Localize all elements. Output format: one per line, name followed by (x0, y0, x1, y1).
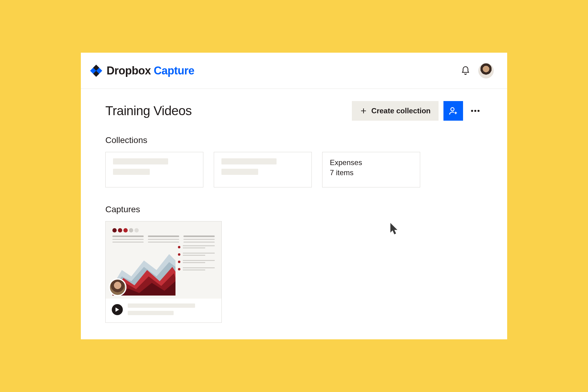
thumbnail-legend (178, 245, 215, 270)
collection-item-count: 7 items (330, 167, 413, 178)
collection-card[interactable] (105, 152, 203, 187)
svg-marker-12 (115, 307, 119, 312)
brand: Dropbox Capture (89, 64, 194, 77)
collection-card-expenses[interactable]: Expenses 7 items (322, 152, 420, 187)
share-button[interactable] (443, 101, 463, 121)
content: Training Videos Create collection (81, 89, 507, 323)
notifications-icon[interactable] (461, 66, 470, 76)
svg-point-6 (477, 110, 480, 112)
placeholder-line (221, 169, 258, 175)
brand-product: Capture (154, 64, 194, 77)
user-avatar[interactable] (478, 63, 494, 78)
placeholder-line (113, 169, 150, 175)
create-collection-button[interactable]: Create collection (352, 101, 439, 121)
collection-name: Expenses (330, 158, 413, 167)
captures-heading: Captures (105, 205, 483, 214)
page-title: Training Videos (105, 104, 192, 118)
header: Dropbox Capture (81, 53, 507, 89)
brand-text: Dropbox Capture (107, 64, 194, 77)
placeholder-line (113, 158, 168, 164)
create-collection-label: Create collection (371, 107, 431, 115)
presenter-avatar (109, 278, 126, 296)
title-row: Training Videos Create collection (105, 101, 483, 121)
collections-grid: Expenses 7 items (105, 152, 483, 187)
play-button[interactable] (112, 304, 123, 315)
thumbnail-dots (112, 228, 215, 232)
svg-point-5 (474, 110, 477, 112)
more-options-button[interactable] (468, 104, 483, 118)
capture-card-footer (106, 299, 221, 322)
page-actions: Create collection (352, 101, 483, 121)
dropbox-logo-icon (89, 64, 103, 77)
header-actions (461, 63, 494, 78)
brand-name: Dropbox (107, 64, 151, 77)
cursor-icon (390, 223, 399, 235)
app-window: Dropbox Capture Training Videos (81, 53, 507, 339)
svg-point-4 (471, 110, 473, 112)
svg-marker-13 (390, 223, 398, 234)
capture-card[interactable] (105, 221, 222, 323)
plus-icon (360, 107, 367, 115)
person-add-icon (448, 106, 458, 116)
play-icon (115, 307, 119, 312)
svg-point-3 (451, 107, 454, 111)
collections-heading: Collections (105, 135, 483, 145)
ellipsis-icon (470, 105, 481, 116)
capture-meta-placeholder (128, 303, 215, 315)
collection-card[interactable] (214, 152, 312, 187)
placeholder-line (221, 158, 277, 164)
capture-thumbnail (106, 221, 221, 299)
